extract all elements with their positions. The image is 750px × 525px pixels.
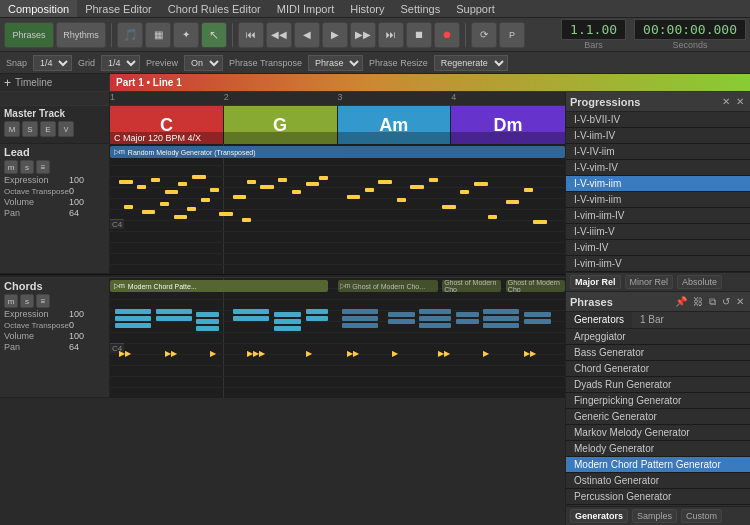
prog-major-rel[interactable]: Major Rel [570,275,621,289]
lead-mute[interactable]: m [4,160,18,174]
prog-pin-btn[interactable]: ✕ [720,96,732,107]
chord-note [196,326,219,331]
menu-settings[interactable]: Settings [392,0,448,17]
phrase-item-6[interactable]: Markov Melody Generator [566,425,750,441]
note-arrow: ▶ [306,349,312,358]
lead-edit[interactable]: ≡ [36,160,50,174]
prog-item-4[interactable]: I-V-vim-iim [566,176,750,192]
grid-select[interactable]: 1/41/8 [101,55,140,71]
lead-oct: Octave Transpose0 [4,186,105,196]
note [319,176,328,180]
prog-item-1[interactable]: I-V-iim-IV [566,128,750,144]
prog-item-8[interactable]: I-vim-IV [566,240,750,256]
punch-btn[interactable]: P [499,22,525,48]
phrases-custom-btn[interactable]: Custom [681,509,722,523]
chord-note-ghost [456,312,479,317]
phrases-link-btn[interactable]: ⛓ [691,296,705,308]
snap-select[interactable]: 1/41/81/2 [33,55,72,71]
menu-composition[interactable]: Composition [0,0,77,17]
tool-btn-1[interactable]: 🎵 [117,22,143,48]
phrase-item-10[interactable]: Percussion Generator [566,489,750,505]
phrase-resize-select[interactable]: RegenerateStretch [434,55,508,71]
tool-btn-2[interactable]: ▦ [145,22,171,48]
timeline-ruler: Part 1 • Line 1 [110,74,750,91]
master-vol[interactable]: V [58,121,74,137]
phrase-transpose-select[interactable]: PhraseGlobal [308,55,363,71]
phrase-item-4[interactable]: Fingerpicking Generator [566,393,750,409]
progressions-panel: Progressions ✕ ✕ I-V-bVII-IV I-V-iim-IV … [566,92,750,292]
transport-rewind[interactable]: ◀◀ [266,22,292,48]
phrase-item-9[interactable]: Ostinato Generator [566,473,750,489]
phrases-copy-btn[interactable]: ⧉ [707,296,718,308]
chords-track-label: Chords m s ≡ Expression100 Octave Transp… [0,278,110,398]
note [306,182,320,186]
rhythms-button[interactable]: Rhythms [56,22,106,48]
master-track-label: Master Track M S E V [0,106,110,144]
chords-mute[interactable]: m [4,294,18,308]
timeline-add-btn[interactable]: + [4,76,11,90]
phrase-item-3[interactable]: Dyads Run Generator [566,377,750,393]
master-mute[interactable]: M [4,121,20,137]
prog-item-0[interactable]: I-V-bVII-IV [566,112,750,128]
phrase-resize-label: Phrase Resize [369,58,428,68]
transport-stop[interactable]: ⏹ [406,22,432,48]
chords-vol: Volume100 [4,331,105,341]
tool-btn-3[interactable]: ✦ [173,22,199,48]
phrase-item-1[interactable]: Bass Generator [566,345,750,361]
prog-item-3[interactable]: I-V-vim-IV [566,160,750,176]
phrase-item-2[interactable]: Chord Generator [566,361,750,377]
transport-forward[interactable]: ▶▶ [350,22,376,48]
chords-edit[interactable]: ≡ [36,294,50,308]
note [278,178,287,182]
transport-prev[interactable]: ⏮ [238,22,264,48]
preview-select[interactable]: OnOff [184,55,223,71]
transport-record[interactable]: ⏺ [434,22,460,48]
transport-play[interactable]: ▶ [322,22,348,48]
prog-item-2[interactable]: I-V-IV-iim [566,144,750,160]
tool-btn-4[interactable]: ↖ [201,22,227,48]
lead-notes-area: C4 [110,160,565,274]
phrases-button[interactable]: Phrases [4,22,54,48]
prog-item-7[interactable]: I-V-iiim-V [566,224,750,240]
prog-minor-rel[interactable]: Minor Rel [625,275,674,289]
phrase-item-5[interactable]: Generic Generator [566,409,750,425]
phrases-x-btn[interactable]: ✕ [734,296,746,308]
loop-btn[interactable]: ⟳ [471,22,497,48]
menu-midi-import[interactable]: MIDI Import [269,0,342,17]
tracks-and-roll: 1 2 3 4 Master Track M S E V [0,92,565,525]
prog-x-btn[interactable]: ✕ [734,96,746,107]
phrase-item-8[interactable]: Modern Chord Pattern Generator [566,457,750,473]
phrases-refresh-btn[interactable]: ↺ [720,296,732,308]
prog-absolute[interactable]: Absolute [677,275,722,289]
part-label: Part 1 • Line 1 [110,74,750,91]
chords-solo[interactable]: s [20,294,34,308]
phrases-pin-btn[interactable]: 📌 [673,296,689,308]
phrases-tab-generators[interactable]: Generators [566,312,632,328]
master-edit[interactable]: E [40,121,56,137]
menu-chord-rules[interactable]: Chord Rules Editor [160,0,269,17]
phrase-item-0[interactable]: Arpeggiator [566,329,750,345]
phrase-item-7[interactable]: Melody Generator [566,441,750,457]
note [365,188,374,192]
menu-history[interactable]: History [342,0,392,17]
prog-item-9[interactable]: I-vim-iim-V [566,256,750,272]
prog-item-6[interactable]: I-vim-iim-IV [566,208,750,224]
master-solo[interactable]: S [22,121,38,137]
chords-roll[interactable]: ▷mModern Chord Patte... ▷mGhost of Moder… [110,278,565,398]
lead-controls: m s ≡ [4,160,105,174]
transport-back[interactable]: ◀ [294,22,320,48]
note [201,198,210,202]
transport-end[interactable]: ⏭ [378,22,404,48]
master-track-controls: M S E V [4,121,105,137]
chord-note-ghost [388,312,415,317]
lead-solo[interactable]: s [20,160,34,174]
phrases-samples-btn[interactable]: Samples [632,509,677,523]
phrases-gen-btn[interactable]: Generators [570,509,628,523]
lead-roll[interactable]: ▷mRandom Melody Generator (Transposed) C… [110,144,565,274]
menu-support[interactable]: Support [448,0,503,17]
note-arrow: ▶▶ [347,349,359,358]
phrases-tab-1bar[interactable]: 1 Bar [632,312,672,328]
menu-phrase-editor[interactable]: Phrase Editor [77,0,160,17]
chord-note [196,319,219,324]
prog-item-5[interactable]: I-V-vim-iim [566,192,750,208]
